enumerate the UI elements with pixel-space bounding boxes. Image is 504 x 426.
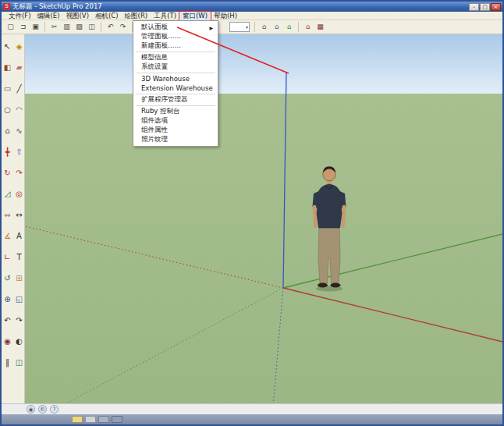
menu-draw[interactable]: 绘图(R) [122, 12, 151, 20]
menu-file[interactable]: 文件(F) [5, 12, 34, 20]
submenu-arrow-icon: ▶ [209, 25, 213, 30]
menu-edit[interactable]: 编辑(E) [34, 12, 63, 20]
open-icon[interactable]: ⊐ [17, 21, 29, 33]
tool-zoom-icon[interactable]: ⊕ [2, 294, 13, 305]
menu-item-model-info[interactable]: 模型信息 [134, 53, 217, 62]
person-shoe-right [331, 283, 341, 288]
person-shoe-left [318, 283, 328, 288]
menu-item-component-attributes[interactable]: 组件属性 [134, 126, 217, 135]
tool-walk-icon[interactable]: ‖ [2, 357, 13, 368]
menu-separator [136, 73, 215, 73]
cut-icon[interactable]: ✂ [48, 21, 60, 33]
share-model-icon[interactable]: ⌂ [271, 21, 282, 33]
title-bar[interactable]: S 无标题 - SketchUp Pro 2017 – □ × [2, 2, 502, 12]
minimize-button[interactable]: – [469, 3, 479, 11]
axis-red-dotted [25, 226, 283, 288]
redo-icon[interactable]: ↷ [117, 21, 129, 33]
tool-look-around-icon[interactable]: ◐ [14, 336, 25, 347]
menu-tools[interactable]: 工具(T) [151, 12, 179, 20]
tool-select-icon[interactable]: ↖ [2, 41, 13, 52]
tool-dimension-icon[interactable]: ↔ [14, 210, 25, 221]
tool-axes-icon[interactable]: ∟ [2, 252, 13, 263]
3d-warehouse-icon[interactable]: ⌂ [302, 21, 314, 33]
taskbar-item-4[interactable] [112, 416, 122, 423]
tool-scale-icon[interactable]: ◿ [2, 189, 13, 200]
tool-text-icon[interactable]: A [14, 231, 25, 242]
paste-icon[interactable]: ▨ [73, 21, 85, 33]
menu-item-preferences[interactable]: 系统设置 [134, 62, 217, 72]
taskbar-item-3[interactable] [98, 416, 109, 423]
menu-item-default-tray[interactable]: 默认面板▶ [134, 23, 217, 32]
tool-orbit-icon[interactable]: ↺ [2, 273, 13, 284]
menu-bar: 文件(F)编辑(E)视图(V)相机(C)绘图(R)工具(T)窗口(W)帮助(H) [2, 12, 502, 20]
menu-camera[interactable]: 相机(C) [92, 12, 122, 20]
tool-freehand-icon[interactable]: ∿ [14, 126, 25, 137]
window-menu-dropdown: 默认面板▶管理面板……新建面板……模型信息系统设置3D WarehouseExt… [133, 20, 218, 147]
share-component-icon[interactable]: ⌂ [283, 21, 295, 33]
tool-zoom-extents-icon[interactable]: ◱ [14, 294, 25, 305]
menu-item-manage-trays[interactable]: 管理面板…… [134, 32, 217, 41]
tool-move-icon[interactable]: ╋ [2, 147, 13, 158]
combo-arrow-icon: ▾ [246, 24, 248, 30]
close-button[interactable]: × [491, 3, 501, 11]
status-bar: ◉©? [2, 403, 502, 414]
menu-item-new-tray[interactable]: 新建面板…… [134, 41, 217, 51]
maximize-button[interactable]: □ [480, 3, 490, 11]
tool-polygon-icon[interactable]: ⌂ [2, 126, 13, 137]
tool-push-pull-icon[interactable]: ⇧ [14, 147, 25, 158]
menu-item-3d-warehouse[interactable]: 3D Warehouse [134, 74, 217, 83]
copy-icon[interactable]: ▥ [61, 21, 73, 33]
new-icon[interactable]: ▢ [5, 21, 16, 33]
menu-help[interactable]: 帮助(H) [211, 12, 240, 20]
menu-view[interactable]: 视图(V) [63, 12, 92, 20]
save-icon[interactable]: ▣ [30, 21, 41, 33]
tool-offset-icon[interactable]: ◎ [14, 189, 25, 200]
menu-item-label: Extension Warehouse [141, 84, 213, 92]
person-figure[interactable] [313, 166, 346, 291]
tool-paint-bucket-icon[interactable]: ◧ [2, 62, 13, 73]
menu-item-label: 新建面板…… [141, 41, 213, 51]
tool-next-icon[interactable]: ↷ [14, 315, 25, 326]
menu-item-extension-manager[interactable]: 扩展程序管理器 [134, 95, 217, 105]
tool-follow-me-icon[interactable]: ↷ [14, 168, 25, 179]
tool-circle-icon[interactable]: ○ [2, 105, 13, 115]
main-toolbar: ▢⊐▣✂▥▨◫↶↷▾⌂⌂⌂⌂▦ [2, 20, 502, 34]
tool-section-plane-icon[interactable]: ◫ [14, 357, 25, 368]
style-combo[interactable]: ▾ [229, 22, 250, 32]
viewport[interactable] [25, 34, 502, 403]
window-title: 无标题 - SketchUp Pro 2017 [12, 2, 467, 12]
credits-icon[interactable]: © [38, 405, 47, 414]
geolocation-icon[interactable]: ◉ [27, 405, 35, 414]
axis-red-solid [283, 288, 502, 343]
tool-line-icon[interactable]: ╱ [14, 83, 25, 94]
toolbar-separator [44, 22, 45, 32]
get-models-icon[interactable]: ⌂ [258, 21, 270, 33]
menu-item-ruby-console[interactable]: Ruby 控制台 [134, 107, 217, 116]
tool-previous-icon[interactable]: ↶ [2, 315, 13, 326]
tool-3d-text-icon[interactable]: T [14, 252, 25, 263]
tool-rectangle-icon[interactable]: ▭ [2, 83, 13, 94]
erase-icon[interactable]: ◫ [86, 21, 98, 33]
axis-blue-solid [283, 72, 286, 288]
menu-window[interactable]: 窗口(W) [179, 12, 211, 20]
help-icon[interactable]: ? [50, 405, 59, 414]
menu-item-label: 照片纹理 [141, 135, 213, 144]
tool-tape-measure-icon[interactable]: ⇔ [2, 210, 13, 221]
menu-item-extension-warehouse[interactable]: Extension Warehouse [134, 83, 217, 93]
tool-arc-icon[interactable]: ◠ [14, 105, 25, 115]
tool-protractor-icon[interactable]: ∡ [2, 231, 13, 242]
scene-svg [25, 34, 502, 403]
tool-position-camera-icon[interactable]: ◉ [2, 336, 13, 347]
taskbar-item-2[interactable] [85, 416, 96, 423]
menu-item-label: 3D Warehouse [141, 75, 213, 83]
menu-item-photo-textures[interactable]: 照片纹理 [134, 135, 217, 144]
undo-icon[interactable]: ↶ [105, 21, 116, 33]
taskbar-item-1[interactable] [72, 416, 83, 423]
toolbar-separator [254, 22, 255, 32]
tool-eraser-icon[interactable]: ▰ [14, 62, 25, 73]
tool-rotate-icon[interactable]: ↻ [2, 168, 13, 179]
tool-pan-icon[interactable]: ⊞ [14, 273, 25, 284]
tool-make-component-icon[interactable]: ◈ [14, 41, 25, 52]
menu-item-component-options[interactable]: 组件选项 [134, 116, 217, 126]
extension-warehouse-icon[interactable]: ▦ [314, 21, 326, 33]
